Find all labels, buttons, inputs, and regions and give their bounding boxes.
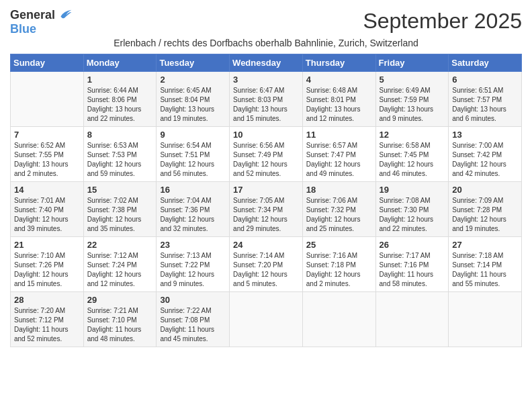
day-number: 12	[380, 130, 445, 140]
day-info: Sunrise: 7:06 AM Sunset: 7:32 PM Dayligh…	[306, 196, 372, 234]
day-info: Sunrise: 7:13 AM Sunset: 7:22 PM Dayligh…	[160, 251, 226, 289]
day-number: 23	[160, 240, 226, 250]
day-info: Sunrise: 6:54 AM Sunset: 7:51 PM Dayligh…	[160, 141, 226, 179]
day-number: 15	[87, 185, 153, 195]
calendar-subtitle: Erlenbach / rechts des Dorfbachs oberhal…	[10, 38, 522, 48]
day-number: 2	[160, 75, 226, 85]
day-number: 18	[306, 185, 372, 195]
day-number: 21	[14, 240, 80, 250]
day-info: Sunrise: 7:01 AM Sunset: 7:40 PM Dayligh…	[14, 196, 80, 234]
calendar-week-row: 21Sunrise: 7:10 AM Sunset: 7:26 PM Dayli…	[11, 237, 522, 292]
day-number: 6	[452, 75, 518, 85]
calendar-day-cell: 25Sunrise: 7:16 AM Sunset: 7:18 PM Dayli…	[302, 237, 375, 292]
calendar-weekday-header: Saturday	[449, 54, 522, 72]
calendar-day-cell: 5Sunrise: 6:49 AM Sunset: 7:59 PM Daylig…	[375, 72, 449, 127]
calendar-day-cell: 30Sunrise: 7:22 AM Sunset: 7:08 PM Dayli…	[157, 292, 230, 347]
day-info: Sunrise: 7:20 AM Sunset: 7:12 PM Dayligh…	[14, 306, 80, 344]
day-info: Sunrise: 7:14 AM Sunset: 7:20 PM Dayligh…	[233, 251, 299, 289]
day-info: Sunrise: 6:51 AM Sunset: 7:57 PM Dayligh…	[452, 86, 518, 124]
calendar-table: SundayMondayTuesdayWednesdayThursdayFrid…	[10, 54, 522, 347]
calendar-day-cell: 22Sunrise: 7:12 AM Sunset: 7:24 PM Dayli…	[83, 237, 157, 292]
day-info: Sunrise: 7:00 AM Sunset: 7:42 PM Dayligh…	[452, 141, 518, 179]
day-info: Sunrise: 6:58 AM Sunset: 7:45 PM Dayligh…	[380, 141, 445, 179]
day-number: 10	[233, 130, 299, 140]
day-number: 27	[452, 240, 518, 250]
day-info: Sunrise: 7:16 AM Sunset: 7:18 PM Dayligh…	[306, 251, 372, 289]
calendar-day-cell: 1Sunrise: 6:44 AM Sunset: 8:06 PM Daylig…	[83, 72, 157, 127]
calendar-day-cell	[230, 292, 303, 347]
day-info: Sunrise: 7:17 AM Sunset: 7:16 PM Dayligh…	[380, 251, 445, 289]
day-info: Sunrise: 7:09 AM Sunset: 7:28 PM Dayligh…	[452, 196, 518, 234]
calendar-day-cell: 28Sunrise: 7:20 AM Sunset: 7:12 PM Dayli…	[11, 292, 84, 347]
day-number: 9	[160, 130, 226, 140]
day-number: 16	[160, 185, 226, 195]
day-number: 7	[14, 130, 80, 140]
calendar-day-cell: 23Sunrise: 7:13 AM Sunset: 7:22 PM Dayli…	[157, 237, 230, 292]
calendar-day-cell: 29Sunrise: 7:21 AM Sunset: 7:10 PM Dayli…	[83, 292, 157, 347]
day-info: Sunrise: 6:47 AM Sunset: 8:03 PM Dayligh…	[233, 86, 299, 124]
calendar-day-cell	[11, 72, 84, 127]
calendar-weekday-header: Friday	[375, 54, 449, 72]
calendar-weekday-header: Wednesday	[230, 54, 303, 72]
day-info: Sunrise: 7:02 AM Sunset: 7:38 PM Dayligh…	[87, 196, 153, 234]
day-info: Sunrise: 7:08 AM Sunset: 7:30 PM Dayligh…	[380, 196, 445, 234]
calendar-week-row: 1Sunrise: 6:44 AM Sunset: 8:06 PM Daylig…	[11, 72, 522, 127]
day-number: 11	[306, 130, 372, 140]
day-number: 26	[380, 240, 445, 250]
day-number: 24	[233, 240, 299, 250]
calendar-day-cell: 8Sunrise: 6:53 AM Sunset: 7:53 PM Daylig…	[83, 127, 157, 182]
day-number: 28	[14, 295, 80, 305]
calendar-weekday-header: Sunday	[11, 54, 84, 72]
logo: General Blue	[10, 7, 73, 35]
day-info: Sunrise: 7:10 AM Sunset: 7:26 PM Dayligh…	[14, 251, 80, 289]
calendar-day-cell	[375, 292, 449, 347]
calendar-day-cell: 11Sunrise: 6:57 AM Sunset: 7:47 PM Dayli…	[302, 127, 375, 182]
calendar-weekday-header: Thursday	[302, 54, 375, 72]
day-info: Sunrise: 7:05 AM Sunset: 7:34 PM Dayligh…	[233, 196, 299, 234]
day-number: 3	[233, 75, 299, 85]
day-number: 8	[87, 130, 153, 140]
day-number: 5	[380, 75, 445, 85]
calendar-day-cell: 20Sunrise: 7:09 AM Sunset: 7:28 PM Dayli…	[449, 182, 522, 237]
calendar-day-cell: 9Sunrise: 6:54 AM Sunset: 7:51 PM Daylig…	[157, 127, 230, 182]
day-number: 17	[233, 185, 299, 195]
calendar-day-cell: 4Sunrise: 6:48 AM Sunset: 8:01 PM Daylig…	[302, 72, 375, 127]
day-info: Sunrise: 6:44 AM Sunset: 8:06 PM Dayligh…	[87, 86, 153, 124]
calendar-day-cell: 24Sunrise: 7:14 AM Sunset: 7:20 PM Dayli…	[230, 237, 303, 292]
calendar-day-cell: 7Sunrise: 6:52 AM Sunset: 7:55 PM Daylig…	[11, 127, 84, 182]
calendar-day-cell: 15Sunrise: 7:02 AM Sunset: 7:38 PM Dayli…	[83, 182, 157, 237]
day-number: 4	[306, 75, 372, 85]
calendar-day-cell	[449, 292, 522, 347]
day-number: 30	[160, 295, 226, 305]
calendar-day-cell: 3Sunrise: 6:47 AM Sunset: 8:03 PM Daylig…	[230, 72, 303, 127]
calendar-header-row: SundayMondayTuesdayWednesdayThursdayFrid…	[11, 54, 522, 72]
calendar-day-cell: 27Sunrise: 7:18 AM Sunset: 7:14 PM Dayli…	[449, 237, 522, 292]
calendar-day-cell: 26Sunrise: 7:17 AM Sunset: 7:16 PM Dayli…	[375, 237, 449, 292]
calendar-day-cell: 12Sunrise: 6:58 AM Sunset: 7:45 PM Dayli…	[375, 127, 449, 182]
calendar-weekday-header: Tuesday	[157, 54, 230, 72]
calendar-day-cell: 14Sunrise: 7:01 AM Sunset: 7:40 PM Dayli…	[11, 182, 84, 237]
calendar-week-row: 14Sunrise: 7:01 AM Sunset: 7:40 PM Dayli…	[11, 182, 522, 237]
day-info: Sunrise: 6:45 AM Sunset: 8:04 PM Dayligh…	[160, 86, 226, 124]
day-info: Sunrise: 6:52 AM Sunset: 7:55 PM Dayligh…	[14, 141, 80, 179]
day-info: Sunrise: 7:04 AM Sunset: 7:36 PM Dayligh…	[160, 196, 226, 234]
day-number: 25	[306, 240, 372, 250]
day-number: 13	[452, 130, 518, 140]
day-number: 29	[87, 295, 153, 305]
day-number: 1	[87, 75, 153, 85]
calendar-day-cell: 10Sunrise: 6:56 AM Sunset: 7:49 PM Dayli…	[230, 127, 303, 182]
logo-general-text: General	[10, 9, 55, 21]
day-info: Sunrise: 7:12 AM Sunset: 7:24 PM Dayligh…	[87, 251, 153, 289]
calendar-day-cell: 19Sunrise: 7:08 AM Sunset: 7:30 PM Dayli…	[375, 182, 449, 237]
page-header: General Blue September 2025	[10, 7, 522, 35]
logo-blue-text: Blue	[10, 23, 36, 35]
day-number: 14	[14, 185, 80, 195]
day-info: Sunrise: 6:53 AM Sunset: 7:53 PM Dayligh…	[87, 141, 153, 179]
day-info: Sunrise: 7:21 AM Sunset: 7:10 PM Dayligh…	[87, 306, 153, 344]
day-info: Sunrise: 7:22 AM Sunset: 7:08 PM Dayligh…	[160, 306, 226, 344]
day-info: Sunrise: 6:56 AM Sunset: 7:49 PM Dayligh…	[233, 141, 299, 179]
logo-bird-icon	[56, 7, 73, 23]
calendar-week-row: 28Sunrise: 7:20 AM Sunset: 7:12 PM Dayli…	[11, 292, 522, 347]
calendar-day-cell: 13Sunrise: 7:00 AM Sunset: 7:42 PM Dayli…	[449, 127, 522, 182]
calendar-day-cell: 21Sunrise: 7:10 AM Sunset: 7:26 PM Dayli…	[11, 237, 84, 292]
